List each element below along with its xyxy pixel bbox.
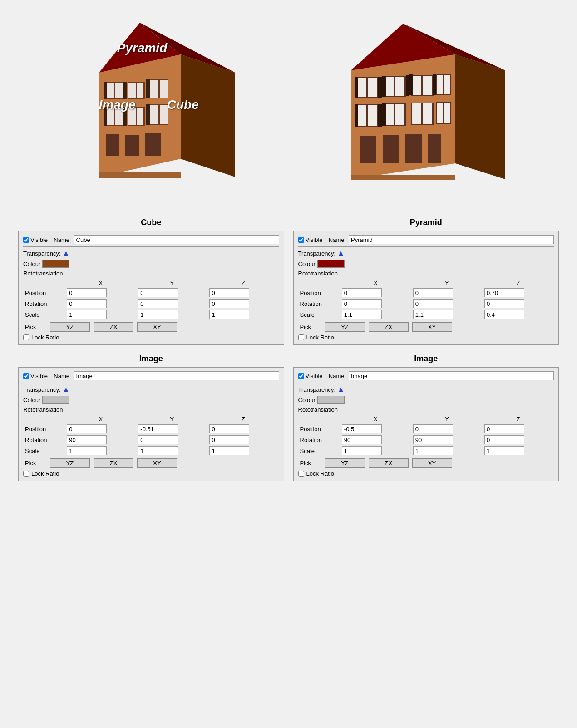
svg-rect-12 bbox=[123, 82, 127, 99]
image-right-scale-x[interactable] bbox=[342, 446, 382, 455]
image-left-rot-z[interactable] bbox=[209, 435, 249, 444]
pyramid-visible-checkbox[interactable] bbox=[298, 237, 304, 243]
cube-colour-label: Colour bbox=[23, 261, 40, 267]
svg-rect-38 bbox=[357, 78, 366, 97]
pyramid-pick-zx[interactable]: ZX bbox=[369, 322, 409, 332]
pyramid-title: Pyramid bbox=[410, 218, 442, 227]
image-left-visible-checkbox[interactable] bbox=[23, 373, 29, 379]
image-left-lock-ratio-checkbox[interactable] bbox=[23, 471, 29, 477]
pyramid-scale-z[interactable] bbox=[484, 310, 524, 319]
cube-position-label: Position bbox=[23, 287, 65, 298]
svg-rect-22 bbox=[160, 105, 168, 124]
svg-rect-26 bbox=[106, 134, 119, 156]
cube-y-header: Y bbox=[136, 279, 207, 287]
image-right-transparency-label: Transparency: bbox=[298, 386, 336, 393]
pyramid-rot-y[interactable] bbox=[413, 299, 453, 308]
pyramid-colour-swatch[interactable] bbox=[317, 260, 345, 268]
pyramid-rot-z[interactable] bbox=[484, 299, 524, 308]
image-left-scale-x[interactable] bbox=[67, 446, 107, 455]
pyramid-scale-x[interactable] bbox=[342, 310, 382, 319]
cube-pos-y[interactable] bbox=[138, 288, 178, 297]
pyramid-pick-yz[interactable]: YZ bbox=[325, 322, 365, 332]
image-right-rot-y[interactable] bbox=[413, 435, 453, 444]
cube-name-input[interactable] bbox=[74, 235, 279, 244]
image-left-pos-x[interactable] bbox=[67, 424, 107, 433]
cube-z-header: Z bbox=[207, 279, 279, 287]
cube-scale-x[interactable] bbox=[67, 310, 107, 319]
cube-pick-xy[interactable]: XY bbox=[137, 322, 177, 332]
pyramid-pos-x[interactable] bbox=[342, 288, 382, 297]
image-left-pos-z[interactable] bbox=[209, 424, 249, 433]
image-right-visible-checkbox[interactable] bbox=[298, 373, 304, 379]
svg-rect-61 bbox=[423, 103, 432, 124]
pyramid-rot-x[interactable] bbox=[342, 299, 382, 308]
pyramid-name-label: Name bbox=[329, 236, 345, 243]
image-left-scale-y[interactable] bbox=[138, 446, 178, 455]
image-right-pos-x[interactable] bbox=[342, 424, 382, 433]
image-left-rot-y[interactable] bbox=[138, 435, 178, 444]
cube-x-header: X bbox=[65, 279, 136, 287]
pyramid-lock-ratio-label: Lock Ratio bbox=[306, 334, 334, 341]
image-left-pick-yz[interactable]: YZ bbox=[50, 458, 90, 468]
pyramid-pos-z[interactable] bbox=[484, 288, 524, 297]
image-left-lock-ratio-label: Lock Ratio bbox=[31, 470, 59, 477]
image-left-rot-x[interactable] bbox=[67, 435, 107, 444]
image-right-pick-yz[interactable]: YZ bbox=[325, 458, 365, 468]
image-right-pick-zx[interactable]: ZX bbox=[369, 458, 409, 468]
pyramid-lock-ratio-checkbox[interactable] bbox=[298, 334, 304, 340]
cube-scale-z[interactable] bbox=[209, 310, 249, 319]
image-right-pos-z[interactable] bbox=[484, 424, 524, 433]
cube-scale-label: Scale bbox=[23, 309, 65, 320]
image-right-pos-y[interactable] bbox=[413, 424, 453, 433]
pyramid-pos-y[interactable] bbox=[413, 288, 453, 297]
image-right-lock-ratio-checkbox[interactable] bbox=[298, 471, 304, 477]
cube-pick-yz[interactable]: YZ bbox=[50, 322, 90, 332]
pyramid-transparency-icon[interactable]: ▲ bbox=[337, 249, 345, 257]
cube-pos-x[interactable] bbox=[67, 288, 107, 297]
cube-panel: Cube Visible Name Transparency: ▲ Colour… bbox=[18, 218, 284, 345]
svg-rect-20 bbox=[137, 108, 143, 125]
cube-scale-y[interactable] bbox=[138, 310, 178, 319]
image-right-rototranslation-label: Rototranslation bbox=[298, 406, 554, 413]
image-right-scale-y[interactable] bbox=[413, 446, 453, 455]
cube-rot-z[interactable] bbox=[209, 299, 249, 308]
image-right-scale-z[interactable] bbox=[484, 446, 524, 455]
pyramid-position-label: Position bbox=[298, 287, 340, 298]
image-left-scale-z[interactable] bbox=[209, 446, 249, 455]
cube-transparency-label: Transparency: bbox=[23, 250, 61, 257]
svg-rect-47 bbox=[378, 77, 382, 98]
image-left-rotation-label: Rotation bbox=[23, 434, 65, 445]
cube-pick-zx[interactable]: ZX bbox=[94, 322, 133, 332]
cube-transparency-icon[interactable]: ▲ bbox=[63, 249, 70, 257]
svg-rect-41 bbox=[395, 77, 404, 96]
svg-rect-70 bbox=[428, 134, 441, 163]
cube-visible-checkbox[interactable] bbox=[23, 237, 29, 243]
pyramid-pick-xy[interactable]: XY bbox=[412, 322, 452, 332]
image-right-transparency-icon[interactable]: ▲ bbox=[337, 385, 345, 394]
image-left-pick-xy[interactable]: XY bbox=[137, 458, 177, 468]
pyramid-scale-y[interactable] bbox=[413, 310, 453, 319]
image-right-rot-z[interactable] bbox=[484, 435, 524, 444]
cube-rot-x[interactable] bbox=[67, 299, 107, 308]
image-left-name-input[interactable] bbox=[74, 371, 279, 380]
cube-lock-ratio-checkbox[interactable] bbox=[23, 334, 29, 340]
pyramid-visible-label: Visible bbox=[306, 236, 323, 243]
cube-colour-swatch[interactable] bbox=[42, 260, 69, 268]
cube-rot-y[interactable] bbox=[138, 299, 178, 308]
svg-rect-43 bbox=[423, 76, 432, 95]
image-right-colour-swatch[interactable] bbox=[317, 396, 345, 404]
image-right-name-input[interactable] bbox=[349, 371, 554, 380]
svg-rect-25 bbox=[146, 104, 150, 125]
image-left-colour-swatch[interactable] bbox=[42, 396, 69, 404]
pyramid-name-input[interactable] bbox=[349, 235, 554, 244]
image-right-rot-x[interactable] bbox=[342, 435, 382, 444]
left-pyramid-label: Pyramid bbox=[117, 41, 168, 55]
image-left-pos-y[interactable] bbox=[138, 424, 178, 433]
right-render bbox=[310, 14, 528, 204]
image-left-transparency-icon[interactable]: ▲ bbox=[63, 385, 70, 394]
image-right-pick-xy[interactable]: XY bbox=[412, 458, 452, 468]
image-left-pick-zx[interactable]: ZX bbox=[94, 458, 133, 468]
svg-rect-45 bbox=[444, 75, 450, 94]
cube-pos-z[interactable] bbox=[209, 288, 249, 297]
cube-box: Visible Name Transparency: ▲ Colour Roto… bbox=[18, 231, 284, 345]
